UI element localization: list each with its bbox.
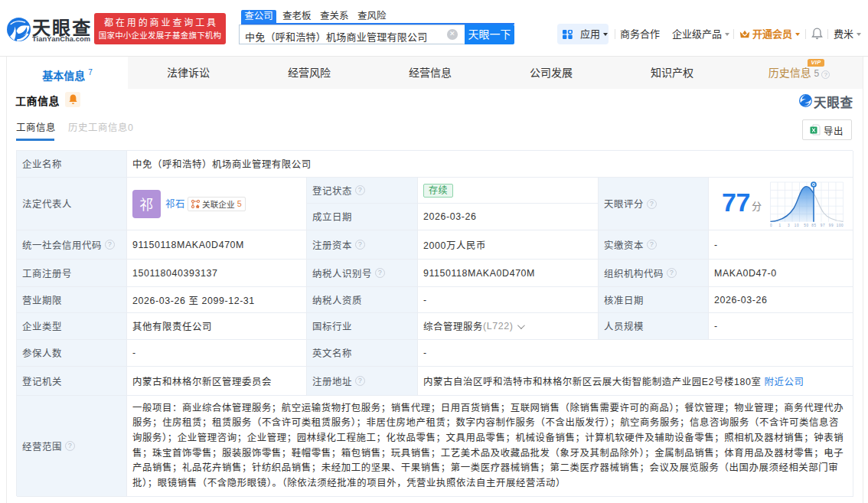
svg-text:0: 0 [770, 224, 772, 227]
svg-text:1: 1 [778, 224, 781, 227]
svg-text:10: 10 [795, 224, 799, 227]
svg-text:50: 50 [804, 224, 808, 227]
svg-text:3: 3 [788, 224, 790, 227]
svg-text:85: 85 [811, 224, 816, 227]
svg-text:97: 97 [821, 224, 825, 227]
svg-text:99: 99 [829, 224, 834, 227]
svg-text:100: 100 [837, 224, 844, 227]
